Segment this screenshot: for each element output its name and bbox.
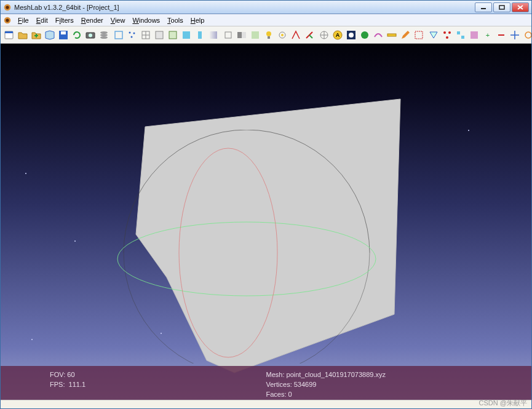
svg-rect-25 [169, 31, 177, 39]
double-side-icon[interactable] [236, 28, 248, 42]
menubar: File Edit Filters Render View Windows To… [1, 14, 531, 26]
faces-value: 0 [288, 391, 292, 398]
ruler-icon[interactable] [386, 28, 398, 42]
svg-rect-26 [183, 31, 190, 39]
mdi-child-icon [3, 16, 12, 25]
viewport-status-bar: FOV: 60 FPS: 111.1 Mesh: point_cloud_140… [1, 366, 531, 400]
mesh-label: Mesh: [266, 371, 285, 378]
svg-rect-32 [252, 31, 259, 39]
faces-label: Faces: [266, 391, 287, 398]
light-icon[interactable] [263, 28, 275, 42]
trackball-icon[interactable] [318, 28, 330, 42]
svg-point-46 [361, 31, 368, 39]
svg-point-45 [349, 33, 354, 38]
minimize-button[interactable] [475, 2, 492, 12]
measure-icon[interactable] [359, 28, 371, 42]
svg-point-14 [100, 31, 108, 34]
svg-rect-9 [5, 31, 13, 33]
bbox-icon[interactable] [113, 28, 125, 42]
flat-lines-icon[interactable] [167, 28, 179, 42]
zminus-icon[interactable] [495, 28, 507, 42]
svg-point-57 [525, 32, 531, 38]
vertices-value: 534699 [294, 381, 317, 388]
svg-point-33 [266, 31, 271, 36]
paint-icon[interactable] [372, 28, 384, 42]
wire-icon[interactable] [140, 28, 152, 42]
svg-rect-28 [210, 31, 217, 39]
points-icon[interactable] [126, 28, 138, 42]
fancy-icon[interactable] [249, 28, 261, 42]
snapshot-icon[interactable] [84, 28, 97, 42]
move-icon[interactable] [509, 28, 521, 42]
texture-icon[interactable] [207, 28, 220, 42]
face-normals-icon[interactable] [303, 28, 316, 42]
svg-point-1 [6, 6, 9, 9]
svg-rect-11 [61, 31, 66, 34]
svg-rect-52 [457, 31, 460, 34]
fps-label: FPS: [50, 381, 65, 388]
maximize-button[interactable] [493, 2, 510, 12]
svg-rect-29 [225, 32, 231, 38]
flat-icon[interactable] [180, 28, 193, 42]
svg-point-65 [179, 148, 277, 357]
hidden-lines-icon[interactable] [153, 28, 165, 42]
vertices-label: Vertices: [266, 381, 292, 388]
zplus-icon[interactable]: + [482, 28, 494, 42]
mesh-name-value: point_cloud_1401917073889.xyz [287, 371, 386, 378]
pencil-icon[interactable] [399, 28, 411, 42]
menu-render[interactable]: Render [77, 15, 107, 25]
svg-rect-53 [461, 36, 464, 39]
import-mesh-icon[interactable] [30, 28, 42, 42]
app-window: { "titlebar": { "title": "MeshLab v1.3.2… [0, 0, 532, 409]
menu-filters[interactable]: Filters [52, 15, 77, 25]
svg-rect-30 [237, 32, 242, 38]
align-icon[interactable]: A [332, 28, 344, 42]
import-raster-icon[interactable] [44, 28, 56, 42]
open-project-icon[interactable] [17, 28, 29, 42]
svg-rect-17 [115, 31, 122, 39]
svg-point-50 [448, 31, 451, 34]
svg-point-20 [131, 36, 133, 38]
arc3d-icon[interactable] [345, 28, 357, 42]
light-on-icon[interactable] [276, 28, 288, 42]
svg-text:+: + [486, 31, 490, 39]
window-bottom-strip [1, 400, 531, 408]
svg-line-38 [309, 35, 312, 38]
select-icon[interactable] [413, 28, 425, 42]
svg-rect-54 [470, 31, 478, 39]
viewport-3d[interactable]: FOV: 60 FPS: 111.1 Mesh: point_cloud_140… [1, 44, 531, 400]
menu-windows[interactable]: Windows [129, 15, 164, 25]
select-verts-icon[interactable] [441, 28, 453, 42]
select-faces-icon[interactable] [427, 28, 440, 42]
menu-edit[interactable]: Edit [33, 15, 52, 25]
edge-decorate-icon[interactable] [290, 28, 302, 42]
trackball-gizmo [87, 130, 407, 363]
svg-point-51 [446, 36, 448, 39]
window-title: MeshLab v1.3.2_64bit - [Project_1] [14, 4, 119, 11]
menu-help[interactable]: Help [187, 15, 208, 25]
layers-icon[interactable] [98, 28, 110, 42]
smooth-icon[interactable] [194, 28, 206, 42]
watermark-text: CSDN @朱献平 [479, 399, 527, 408]
fps-value: 111.1 [69, 381, 86, 388]
svg-point-16 [100, 36, 108, 39]
menu-file[interactable]: File [14, 15, 33, 25]
rotate-icon[interactable] [522, 28, 531, 42]
select-reg-icon[interactable] [468, 28, 480, 42]
svg-point-13 [89, 33, 92, 37]
new-project-icon[interactable] [3, 28, 15, 42]
select-conn-icon[interactable] [455, 28, 467, 42]
menu-view[interactable]: View [107, 15, 129, 25]
svg-point-64 [117, 222, 376, 296]
menu-tools[interactable]: Tools [164, 15, 187, 25]
svg-rect-27 [198, 31, 202, 39]
svg-rect-34 [268, 36, 270, 39]
toolbar: A + » [1, 26, 531, 44]
fov-label: FOV: [50, 371, 65, 378]
back-face-icon[interactable] [222, 28, 234, 42]
svg-rect-48 [415, 31, 423, 39]
save-project-icon[interactable] [57, 28, 69, 42]
close-button[interactable] [512, 2, 529, 12]
svg-rect-3 [499, 6, 504, 9]
reload-icon[interactable] [71, 28, 83, 42]
